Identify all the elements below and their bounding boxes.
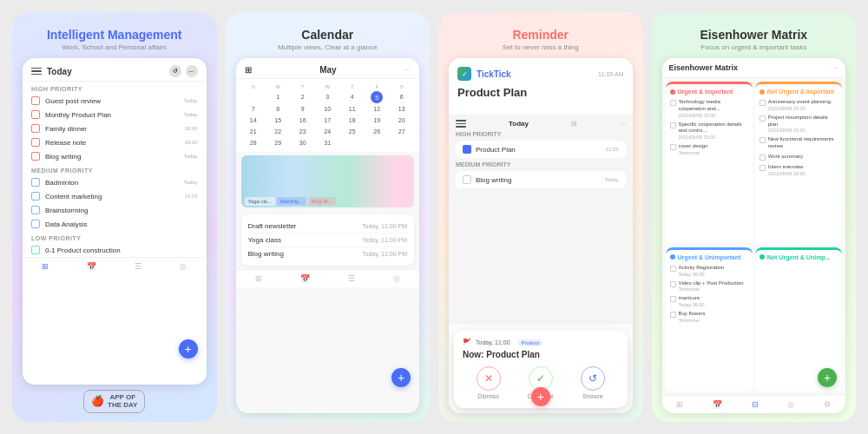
matrix-fab-button[interactable]: + [818,368,837,387]
hamburger-icon[interactable] [456,120,466,128]
cal-day[interactable]: 7 [241,103,266,115]
cal-day[interactable]: 27 [390,126,415,137]
inbox-icon[interactable]: ☰ [348,274,355,283]
task-checkbox[interactable] [31,178,40,187]
cal-day[interactable] [241,91,266,103]
cal-day[interactable]: 22 [266,126,291,137]
q-checkbox[interactable] [760,100,766,106]
cal-events-section: Draft newsletter Today, 11:00 PM Yoga cl… [241,214,415,266]
cal-day[interactable]: 14 [241,115,266,126]
cal-day[interactable]: 12 [365,103,390,115]
cal-day[interactable] [365,137,390,148]
cal-day[interactable]: 1 [266,91,291,103]
home-icon[interactable]: ⊞ [255,274,262,283]
q-checkbox[interactable] [760,165,766,171]
cal-day[interactable]: 26 [365,126,390,137]
task-checkbox[interactable] [31,138,40,147]
cal-day[interactable]: 11 [340,103,365,115]
snooze-button[interactable]: ↺ Snooze [581,366,605,399]
cal-day-today[interactable]: 5 [371,91,383,103]
task-checkbox[interactable] [31,206,40,214]
inbox-icon[interactable]: ☰ [135,262,141,271]
cal-more-icon[interactable]: ··· [404,66,411,74]
cal-grid-icon[interactable]: ⊞ [245,65,252,75]
task-checkbox[interactable] [31,152,40,161]
cal-day[interactable]: 15 [266,115,291,126]
q-checkbox[interactable] [670,281,676,287]
dismiss-button[interactable]: ✕ Dismiss [477,366,501,399]
snooze-circle[interactable]: ↺ [581,366,605,391]
home-icon[interactable]: ⊞ [42,262,49,271]
location-icon[interactable]: ◎ [787,400,794,409]
q-checkbox[interactable] [670,266,676,272]
cal-day[interactable]: 8 [266,103,291,115]
cal-day-header: S [390,82,415,91]
more-icon[interactable]: ··· [186,65,198,77]
reminder-time: 11:00 AM [598,71,624,77]
cal-day[interactable]: 19 [365,115,390,126]
cal-day[interactable]: 18 [340,115,365,126]
calendar-icon[interactable]: 📅 [300,274,310,283]
cal-day[interactable] [390,137,415,148]
q-item: Video clip + Post ProductionTomorrow [670,279,748,293]
cal-day[interactable]: 10 [315,103,340,115]
calendar-icon[interactable]: 📅 [713,400,722,409]
cal-day[interactable]: 28 [241,137,266,148]
list-icon[interactable]: ⊟ [571,120,577,128]
q-checkbox[interactable] [670,296,676,302]
cal-day[interactable]: 2 [291,91,316,103]
q-checkbox[interactable] [670,122,676,128]
q2-dot [760,89,765,95]
cal-day[interactable]: 23 [291,126,316,137]
cal-day[interactable]: 3 [315,91,340,103]
task-checkbox[interactable] [31,246,40,254]
cal-day[interactable]: 4 [340,91,365,103]
matrix-more-icon[interactable]: ··· [832,64,838,72]
task-checkbox[interactable] [31,110,40,119]
q-checkbox[interactable] [760,115,766,122]
cal-day[interactable] [340,137,365,148]
q-checkbox[interactable] [670,144,676,150]
task-time: Today [183,112,197,117]
task-checkbox[interactable] [31,96,40,105]
cal-day[interactable]: 30 [291,137,316,148]
task-header: Today ↺ ··· [23,58,207,82]
home-icon[interactable]: ⊞ [676,400,683,409]
cal-day[interactable]: 6 [390,91,415,103]
cal-day[interactable]: 24 [315,126,340,137]
cal-day[interactable]: 20 [390,115,415,126]
task-checkbox[interactable] [31,220,40,228]
dismiss-circle[interactable]: ✕ [477,366,501,391]
task-checkbox[interactable] [31,124,40,133]
main-container: Intelligent Management Work, School and … [0,0,868,434]
hamburger-icon[interactable] [31,68,42,76]
cal-day[interactable]: 21 [241,126,266,137]
refresh-icon[interactable]: ↺ [169,65,181,77]
task-checkbox[interactable] [31,192,40,201]
calendar-nav-icon[interactable]: 📅 [87,262,96,271]
cal-day[interactable]: 13 [390,103,415,115]
settings-icon[interactable]: ⚙ [824,400,831,409]
q-checkbox[interactable] [760,137,766,143]
task-time: 10:00 [184,140,197,145]
more-icon[interactable]: ··· [620,120,626,128]
cal-day[interactable]: 31 [315,137,340,148]
q-checkbox[interactable] [670,100,676,106]
cal-day[interactable]: 25 [340,126,365,137]
reminder-fab-button[interactable]: + [531,387,550,406]
reminder-checkbox-empty[interactable] [463,175,471,184]
q-checkbox[interactable] [760,155,766,161]
cal-fab-button[interactable]: + [391,368,411,387]
cal-day[interactable]: 29 [266,137,291,148]
matrix-icon[interactable]: ⊟ [752,400,759,409]
location-icon[interactable]: ◎ [180,262,187,271]
cal-day[interactable]: 9 [291,103,316,115]
cal-day[interactable]: 16 [291,115,316,126]
q-checkbox[interactable] [670,312,676,318]
task-item: Family dinner 18:00 [23,122,207,135]
reminder-checkbox-filled[interactable] [463,145,471,154]
cal-header: ⊞ May ··· [236,58,420,79]
fab-add-button[interactable]: + [179,339,198,358]
cal-day[interactable]: 17 [315,115,340,126]
location-icon[interactable]: ◎ [393,274,400,283]
